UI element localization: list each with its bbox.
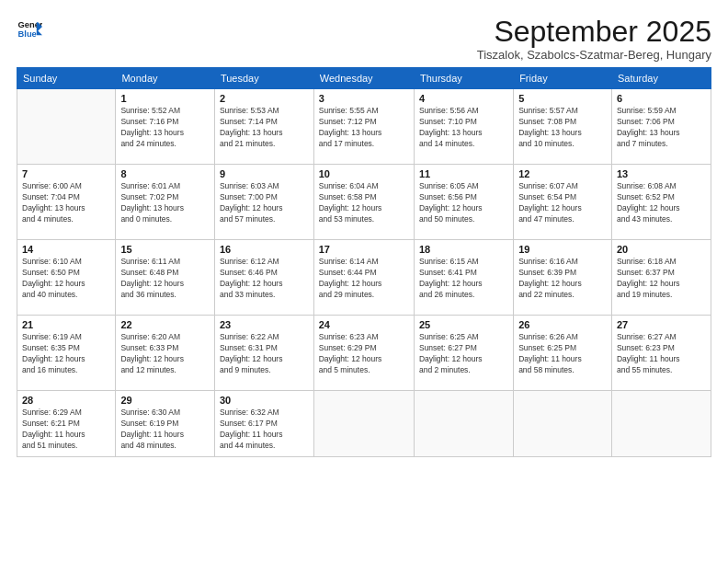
table-row: 14Sunrise: 6:10 AMSunset: 6:50 PMDayligh… [17,240,116,316]
table-row: 6Sunrise: 5:59 AMSunset: 7:06 PMDaylight… [611,89,711,165]
table-row: 22Sunrise: 6:20 AMSunset: 6:33 PMDayligh… [116,316,215,391]
day-info: Sunrise: 6:26 AMSunset: 6:25 PMDaylight:… [518,332,607,376]
day-number: 24 [319,319,409,330]
day-number: 16 [220,244,309,255]
day-number: 20 [617,244,706,255]
day-info: Sunrise: 5:57 AMSunset: 7:08 PMDaylight:… [518,106,607,150]
table-row: 3Sunrise: 5:55 AMSunset: 7:12 PMDaylight… [313,89,414,165]
table-row: 2Sunrise: 5:53 AMSunset: 7:14 PMDaylight… [214,89,313,165]
day-number: 19 [518,244,607,255]
day-number: 5 [518,93,607,104]
table-row: 20Sunrise: 6:18 AMSunset: 6:37 PMDayligh… [611,240,711,316]
month-title: September 2025 [477,17,711,46]
table-row: 9Sunrise: 6:03 AMSunset: 7:00 PMDaylight… [214,165,313,240]
day-number: 8 [120,168,210,179]
day-info: Sunrise: 6:23 AMSunset: 6:29 PMDaylight:… [319,332,409,376]
calendar-table: Sunday Monday Tuesday Wednesday Thursday… [17,67,711,457]
logo: General Blue [17,17,42,42]
col-saturday: Saturday [611,68,711,89]
day-number: 9 [220,168,309,179]
table-row: 21Sunrise: 6:19 AMSunset: 6:35 PMDayligh… [17,316,116,391]
day-info: Sunrise: 5:59 AMSunset: 7:06 PMDaylight:… [617,106,706,150]
day-info: Sunrise: 6:01 AMSunset: 7:02 PMDaylight:… [120,181,210,225]
day-number: 25 [419,319,508,330]
day-info: Sunrise: 6:10 AMSunset: 6:50 PMDaylight:… [22,257,110,301]
table-row: 5Sunrise: 5:57 AMSunset: 7:08 PMDaylight… [514,89,612,165]
table-row: 16Sunrise: 6:12 AMSunset: 6:46 PMDayligh… [214,240,313,316]
table-row: 12Sunrise: 6:07 AMSunset: 6:54 PMDayligh… [514,165,612,240]
table-row: 28Sunrise: 6:29 AMSunset: 6:21 PMDayligh… [17,391,116,457]
table-row: 27Sunrise: 6:27 AMSunset: 6:23 PMDayligh… [611,316,711,391]
day-number: 22 [120,319,210,330]
table-row: 26Sunrise: 6:26 AMSunset: 6:25 PMDayligh… [514,316,612,391]
col-sunday: Sunday [17,68,116,89]
table-row [611,391,711,457]
calendar-header-row: Sunday Monday Tuesday Wednesday Thursday… [17,68,711,89]
logo-icon: General Blue [17,17,42,42]
day-info: Sunrise: 6:16 AMSunset: 6:39 PMDaylight:… [518,257,607,301]
day-number: 13 [617,168,706,179]
day-info: Sunrise: 5:52 AMSunset: 7:16 PMDaylight:… [120,106,210,150]
day-info: Sunrise: 6:22 AMSunset: 6:31 PMDaylight:… [220,332,309,376]
table-row: 30Sunrise: 6:32 AMSunset: 6:17 PMDayligh… [214,391,313,457]
table-row [313,391,414,457]
day-number: 7 [22,168,110,179]
day-number: 15 [120,244,210,255]
day-number: 26 [518,319,607,330]
table-row: 13Sunrise: 6:08 AMSunset: 6:52 PMDayligh… [611,165,711,240]
day-info: Sunrise: 6:27 AMSunset: 6:23 PMDaylight:… [617,332,706,376]
day-info: Sunrise: 5:53 AMSunset: 7:14 PMDaylight:… [220,106,309,150]
day-info: Sunrise: 6:12 AMSunset: 6:46 PMDaylight:… [220,257,309,301]
day-info: Sunrise: 6:11 AMSunset: 6:48 PMDaylight:… [120,257,210,301]
table-row: 7Sunrise: 6:00 AMSunset: 7:04 PMDaylight… [17,165,116,240]
table-row: 18Sunrise: 6:15 AMSunset: 6:41 PMDayligh… [414,240,513,316]
table-row [514,391,612,457]
day-number: 17 [319,244,409,255]
table-row: 1Sunrise: 5:52 AMSunset: 7:16 PMDaylight… [116,89,215,165]
day-info: Sunrise: 5:55 AMSunset: 7:12 PMDaylight:… [319,106,409,150]
day-number: 1 [120,93,210,104]
day-info: Sunrise: 6:07 AMSunset: 6:54 PMDaylight:… [518,181,607,225]
location: Tiszalok, Szabolcs-Szatmar-Bereg, Hungar… [477,48,711,62]
table-row: 15Sunrise: 6:11 AMSunset: 6:48 PMDayligh… [116,240,215,316]
table-row: 11Sunrise: 6:05 AMSunset: 6:56 PMDayligh… [414,165,513,240]
day-number: 14 [22,244,110,255]
day-number: 21 [22,319,110,330]
day-number: 3 [319,93,409,104]
table-row [414,391,513,457]
table-row: 25Sunrise: 6:25 AMSunset: 6:27 PMDayligh… [414,316,513,391]
day-info: Sunrise: 6:00 AMSunset: 7:04 PMDaylight:… [22,181,110,225]
day-info: Sunrise: 6:03 AMSunset: 7:00 PMDaylight:… [220,181,309,225]
day-info: Sunrise: 6:32 AMSunset: 6:17 PMDaylight:… [220,408,309,452]
day-number: 18 [419,244,508,255]
day-number: 2 [220,93,309,104]
table-row: 19Sunrise: 6:16 AMSunset: 6:39 PMDayligh… [514,240,612,316]
day-info: Sunrise: 6:30 AMSunset: 6:19 PMDaylight:… [120,408,210,452]
day-number: 30 [220,395,309,406]
day-info: Sunrise: 6:05 AMSunset: 6:56 PMDaylight:… [419,181,508,225]
col-wednesday: Wednesday [313,68,414,89]
table-row: 29Sunrise: 6:30 AMSunset: 6:19 PMDayligh… [116,391,215,457]
day-number: 28 [22,395,110,406]
table-row [17,89,116,165]
day-info: Sunrise: 6:04 AMSunset: 6:58 PMDaylight:… [319,181,409,225]
day-info: Sunrise: 6:29 AMSunset: 6:21 PMDaylight:… [22,408,110,452]
day-info: Sunrise: 6:15 AMSunset: 6:41 PMDaylight:… [419,257,508,301]
title-section: September 2025 Tiszalok, Szabolcs-Szatma… [477,17,711,62]
day-number: 12 [518,168,607,179]
day-number: 27 [617,319,706,330]
table-row: 4Sunrise: 5:56 AMSunset: 7:10 PMDaylight… [414,89,513,165]
day-info: Sunrise: 6:08 AMSunset: 6:52 PMDaylight:… [617,181,706,225]
table-row: 24Sunrise: 6:23 AMSunset: 6:29 PMDayligh… [313,316,414,391]
day-info: Sunrise: 6:14 AMSunset: 6:44 PMDaylight:… [319,257,409,301]
header: General Blue September 2025 Tiszalok, Sz… [17,17,711,62]
table-row: 17Sunrise: 6:14 AMSunset: 6:44 PMDayligh… [313,240,414,316]
day-info: Sunrise: 5:56 AMSunset: 7:10 PMDaylight:… [419,106,508,150]
day-info: Sunrise: 6:20 AMSunset: 6:33 PMDaylight:… [120,332,210,376]
col-friday: Friday [514,68,612,89]
day-number: 11 [419,168,508,179]
table-row: 10Sunrise: 6:04 AMSunset: 6:58 PMDayligh… [313,165,414,240]
table-row: 8Sunrise: 6:01 AMSunset: 7:02 PMDaylight… [116,165,215,240]
day-number: 4 [419,93,508,104]
svg-text:Blue: Blue [18,29,37,39]
